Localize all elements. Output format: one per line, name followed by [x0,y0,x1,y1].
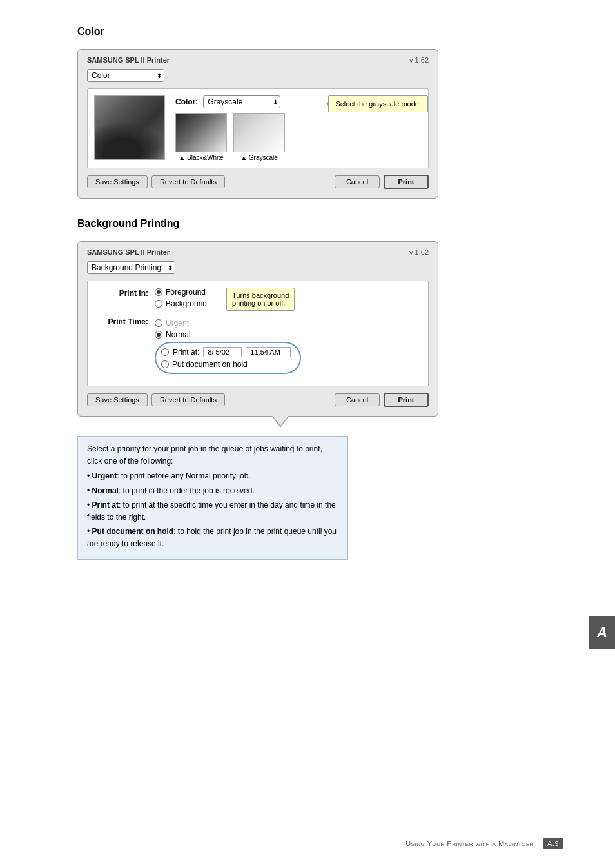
bg-dropdown-wrapper[interactable]: Background Printing [87,261,175,274]
color-field-label: Color: [175,97,198,106]
print-at-oval: Print at: Put document on hold [155,342,301,374]
color-dropdown[interactable]: Color [87,69,164,82]
bg-save-button[interactable]: Save Settings [87,393,148,406]
color-dialog: SAMSUNG SPL II Printer v 1.62 Color Colo… [77,49,438,199]
color-heading: Color [77,26,563,37]
color-dialog-footer: Save Settings Revert to Defaults Cancel … [87,175,429,189]
grayscale-dropdown-wrapper[interactable]: Grayscale [203,95,280,108]
urgent-radio[interactable] [155,319,162,327]
print-at-radio[interactable] [161,348,169,356]
color-print-button[interactable]: Print [384,175,429,189]
footer-text: Using Your Printer with a Macintosh [405,840,533,847]
info-list: Urgent: to print before any Normal prior… [87,470,338,550]
bg-dropdown-row: Background Printing [87,261,429,274]
background-option[interactable]: Background [155,299,207,308]
color-dialog-body: Color: Grayscale Select the grayscale mo… [87,88,429,168]
tooltip-arrow-down-inner [273,416,288,426]
color-dropdown-row: Color [87,69,429,82]
page-num-badge: A.9 [543,838,563,849]
bg-dialog-body: Print in: Foreground Background [87,281,429,386]
print-at-option[interactable]: Print at: [161,347,291,357]
grayscale-tooltip: Select the grayscale mode. [328,95,428,112]
bw-label: ▲ Black&White [175,154,227,161]
info-box: Select a priority for your print job in … [77,436,348,560]
normal-option[interactable]: Normal [155,330,301,339]
color-preview-image [94,95,165,160]
color-dialog-title: SAMSUNG SPL II Printer [87,56,170,64]
color-revert-button[interactable]: Revert to Defaults [151,175,225,188]
hold-radio[interactable] [161,360,169,368]
bg-dropdown[interactable]: Background Printing [87,261,175,274]
info-item-urgent: Urgent: to print before any Normal prior… [87,470,338,482]
color-save-button[interactable]: Save Settings [87,175,148,188]
print-in-options: Foreground Background [155,288,207,308]
gray-image-container: ▲ Grayscale [233,113,285,161]
hold-label: Put document on hold [172,360,248,369]
print-at-time-input[interactable] [246,347,291,357]
print-time-row: Print Time: Urgent Normal [97,316,419,374]
gray-label: ▲ Grayscale [233,154,285,161]
info-item-hold: Put document on hold: to hold the print … [87,526,338,550]
page-number: A.9 [543,838,563,849]
background-radio[interactable] [155,300,162,308]
info-item-normal: Normal: to print in the order the job is… [87,485,338,497]
page-footer: Using Your Printer with a Macintosh A.9 [405,838,563,849]
print-in-label: Print in: [97,288,148,298]
hold-option[interactable]: Put document on hold [161,360,291,369]
print-time-label: Print Time: [97,316,148,326]
bg-dialog-version: v 1.62 [409,248,429,256]
gray-preview [233,113,285,152]
urgent-label: Urgent [166,319,189,328]
bg-tooltip: Turns background printing on or off. [226,288,295,311]
color-cancel-button[interactable]: Cancel [335,175,380,188]
info-item-print-at: Print at: to print at the specific time … [87,499,338,524]
bg-printing-section: Background Printing SAMSUNG SPL II Print… [77,218,563,560]
flower-preview [95,96,164,159]
grayscale-preview-images: ▲ Black&White ▲ Grayscale [175,113,422,161]
foreground-radio[interactable] [155,288,162,296]
foreground-option[interactable]: Foreground [155,288,207,297]
bg-print-button[interactable]: Print [384,393,429,407]
urgent-option[interactable]: Urgent [155,319,301,328]
info-intro: Select a priority for your print job in … [87,443,338,468]
grayscale-dropdown[interactable]: Grayscale [203,95,280,108]
bg-revert-button[interactable]: Revert to Defaults [151,393,225,406]
color-section: Color SAMSUNG SPL II Printer v 1.62 Colo… [77,26,563,199]
color-dialog-version: v 1.62 [409,56,429,64]
side-tab-a: A [589,616,615,649]
bg-cancel-button[interactable]: Cancel [335,393,380,406]
bw-image-container: ▲ Black&White [175,113,227,161]
background-label: Background [166,299,207,308]
normal-label: Normal [166,330,191,339]
bg-heading: Background Printing [77,218,563,230]
color-options: Color: Grayscale Select the grayscale mo… [175,95,422,161]
bg-dialog-header: SAMSUNG SPL II Printer v 1.62 [87,248,429,256]
bg-dialog-footer: Save Settings Revert to Defaults Cancel … [87,393,429,407]
bg-dialog-title: SAMSUNG SPL II Printer [87,248,170,256]
print-in-row: Print in: Foreground Background [97,288,419,311]
print-time-section: Urgent Normal Print at: [155,319,301,374]
normal-radio[interactable] [155,331,162,339]
foreground-label: Foreground [166,288,206,297]
bw-preview [175,113,227,152]
bg-tooltip-container: Turns background printing on or off. [226,288,295,311]
print-at-label: Print at: [173,348,199,357]
bg-dialog: SAMSUNG SPL II Printer v 1.62 Background… [77,241,438,417]
color-dialog-header: SAMSUNG SPL II Printer v 1.62 [87,56,429,64]
print-at-date-input[interactable] [203,347,242,357]
color-dropdown-wrapper[interactable]: Color [87,69,164,82]
